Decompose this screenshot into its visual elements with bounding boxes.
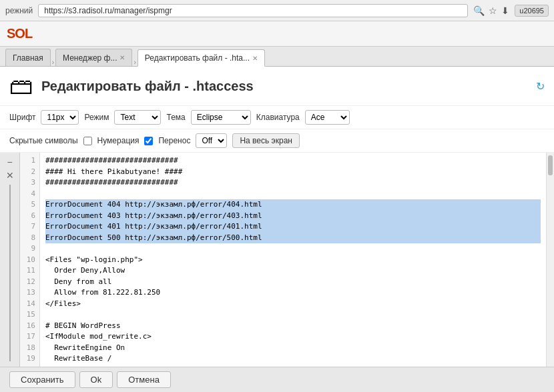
back-text: режний xyxy=(5,6,33,15)
editor-sidebar: − ✕ xyxy=(0,153,20,367)
editor-container: 123456789101112131415161718192021222324 … xyxy=(20,153,546,367)
font-label: Шрифт xyxy=(9,113,35,122)
mode-select[interactable]: Text HTML PHP xyxy=(114,110,161,125)
footer-bar: Сохранить Ok Отмена xyxy=(0,367,554,392)
wrap-select[interactable]: Off On xyxy=(196,133,227,148)
keyboard-select[interactable]: Ace Vim Emacs xyxy=(305,110,350,125)
tab-edit-label: Редактировать файл - .hta... xyxy=(145,53,250,63)
user-badge[interactable]: u20695 xyxy=(515,5,549,17)
mode-label: Режим xyxy=(84,113,109,122)
tab-manager[interactable]: Менеджер ф... ✕ xyxy=(55,49,132,66)
tabs-bar: Главная › Менеджер ф... ✕ › Редактироват… xyxy=(0,47,554,67)
ok-button[interactable]: Ok xyxy=(79,371,113,388)
tab-edit-close[interactable]: ✕ xyxy=(252,55,258,62)
fullscreen-button[interactable]: На весь экран xyxy=(232,133,300,148)
code-editor[interactable]: ################################## Hi th… xyxy=(40,153,546,367)
wrap-label: Перенос xyxy=(158,136,190,145)
page-title: Редактировать файл - .htaccess xyxy=(41,79,254,94)
font-select[interactable]: 11px 10px 12px 14px xyxy=(41,110,79,125)
app-header: SOL xyxy=(0,21,554,47)
file-icon: 🗃 xyxy=(9,72,33,100)
main-content: 🗃 Редактировать файл - .htaccess ↻ Шрифт… xyxy=(0,67,554,392)
numbering-checkbox[interactable] xyxy=(144,137,153,145)
browser-bar: режний https://s3.radisol.ru/manager/isp… xyxy=(0,0,554,21)
toolbar: Шрифт 11px 10px 12px 14px Режим Text HTM… xyxy=(0,106,554,129)
minus-icon[interactable]: − xyxy=(7,157,12,167)
editor-scrollbar[interactable] xyxy=(546,153,554,367)
url-bar[interactable]: https://s3.radisol.ru/manager/ispmgr xyxy=(38,4,468,17)
cross-icon[interactable]: ✕ xyxy=(6,170,14,181)
tab-manager-close[interactable]: ✕ xyxy=(119,54,125,61)
tab-manager-label: Менеджер ф... xyxy=(63,53,117,63)
search-icon[interactable]: 🔍 xyxy=(473,5,485,16)
keyboard-label: Клавиатура xyxy=(256,113,300,122)
tab-arrow-2: › xyxy=(133,59,135,66)
hidden-symbols-checkbox[interactable] xyxy=(83,137,92,145)
refresh-button[interactable]: ↻ xyxy=(536,80,545,93)
toolbar-row2: Скрытые символы Нумерация Перенос Off On… xyxy=(0,129,554,153)
theme-select[interactable]: Eclipse Monokai GitHub xyxy=(191,110,251,125)
save-button[interactable]: Сохранить xyxy=(9,371,75,388)
tab-home-label: Главная xyxy=(13,53,43,63)
editor-area: − ✕ 123456789101112131415161718192021222… xyxy=(0,153,554,367)
page-header: 🗃 Редактировать файл - .htaccess ↻ xyxy=(0,67,554,106)
tab-edit[interactable]: Редактировать файл - .hta... ✕ xyxy=(137,49,265,67)
download-icon[interactable]: ⬇ xyxy=(501,5,509,16)
browser-icons: 🔍 ☆ ⬇ xyxy=(473,5,509,16)
app-logo: SOL xyxy=(7,26,32,41)
star-icon[interactable]: ☆ xyxy=(489,5,497,16)
theme-label: Тема xyxy=(166,113,185,122)
tab-arrow-1: › xyxy=(52,59,54,66)
hidden-symbols-label: Скрытые символы xyxy=(9,136,78,145)
line-numbers: 123456789101112131415161718192021222324 xyxy=(20,153,40,367)
cancel-button[interactable]: Отмена xyxy=(117,371,171,388)
numbering-label: Нумерация xyxy=(97,136,140,145)
tab-home[interactable]: Главная xyxy=(5,49,51,66)
